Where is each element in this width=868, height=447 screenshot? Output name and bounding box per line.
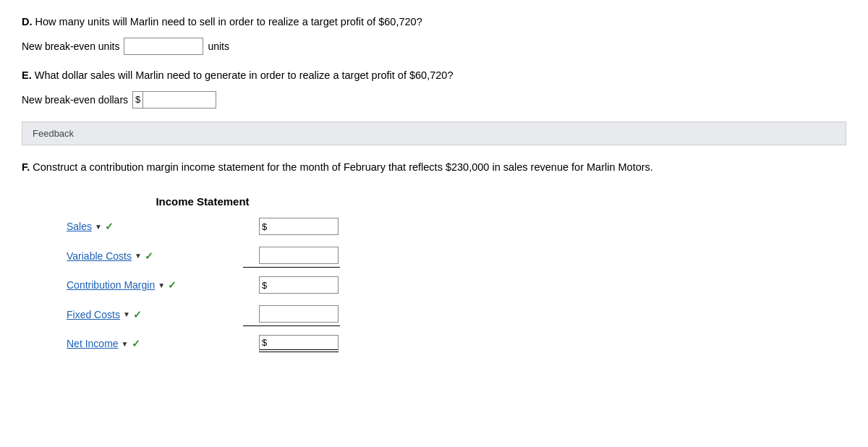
- question-d-input-line: New break-even units units: [22, 38, 846, 55]
- spacer-row: [65, 326, 340, 333]
- sales-check: ✓: [105, 221, 114, 232]
- table-row: Net Income ▼ ✓ $: [65, 332, 340, 355]
- table-row: Contribution Margin ▼ ✓ $: [65, 273, 340, 297]
- contribution-margin-label-inner: Contribution Margin ▼ ✓: [67, 279, 242, 291]
- spacer-row: [65, 268, 340, 274]
- fixed-costs-label-inner: Fixed Costs ▼ ✓: [67, 309, 242, 320]
- net-income-input[interactable]: [269, 336, 331, 349]
- contribution-margin-dollar-sign: $: [260, 277, 269, 293]
- question-d: D. How many units will Marlin need to se…: [22, 14, 846, 55]
- contribution-margin-check: ✓: [168, 279, 176, 291]
- question-e-label: E.: [22, 69, 32, 81]
- break-even-units-input[interactable]: [124, 38, 203, 55]
- question-f: F. Construct a contribution margin incom…: [22, 160, 846, 356]
- question-f-label: F.: [22, 161, 30, 173]
- variable-costs-link[interactable]: Variable Costs: [67, 250, 132, 262]
- net-income-dropdown-icon[interactable]: ▼: [122, 340, 129, 348]
- table-row: Fixed Costs ▼ ✓: [65, 302, 340, 326]
- variable-costs-input[interactable]: [259, 247, 339, 264]
- sales-dollar-sign: $: [260, 218, 269, 234]
- sales-input[interactable]: [269, 218, 331, 234]
- question-e-body: What dollar sales will Marlin need to ge…: [35, 69, 454, 81]
- fixed-costs-input-cell: [243, 302, 340, 326]
- fixed-costs-input[interactable]: [259, 305, 339, 323]
- income-statement-title: Income Statement: [65, 195, 340, 208]
- variable-costs-dropdown-icon[interactable]: ▼: [135, 252, 142, 260]
- sales-label-inner: Sales ▼ ✓: [67, 221, 242, 232]
- question-f-body: Construct a contribution margin income s…: [33, 161, 653, 173]
- variable-costs-check: ✓: [145, 250, 153, 262]
- contribution-margin-dropdown-icon[interactable]: ▼: [158, 281, 165, 289]
- fixed-costs-link[interactable]: Fixed Costs: [67, 309, 120, 320]
- table-row: Variable Costs ▼ ✓: [65, 244, 340, 268]
- variable-costs-label-cell: Variable Costs ▼ ✓: [65, 244, 243, 268]
- sales-label-cell: Sales ▼ ✓: [65, 215, 243, 238]
- fixed-costs-dropdown-icon[interactable]: ▼: [123, 310, 130, 318]
- question-d-input-label: New break-even units: [22, 41, 119, 52]
- net-income-link[interactable]: Net Income: [67, 338, 119, 349]
- break-even-dollars-wrapper: $: [132, 91, 216, 108]
- income-statement: Income Statement Sales ▼ ✓ $: [65, 195, 340, 355]
- contribution-margin-label-cell: Contribution Margin ▼ ✓: [65, 273, 243, 297]
- feedback-bar: Feedback: [22, 122, 846, 145]
- variable-costs-label-inner: Variable Costs ▼ ✓: [67, 250, 242, 262]
- income-statement-table: Sales ▼ ✓ $ Variable Costs: [65, 215, 340, 355]
- net-income-dollar-sign: $: [260, 336, 269, 349]
- net-income-check: ✓: [132, 338, 140, 349]
- fixed-costs-check: ✓: [133, 309, 142, 320]
- question-e-input-label: New break-even dollars: [22, 94, 128, 106]
- net-income-label-cell: Net Income ▼ ✓: [65, 332, 243, 355]
- fixed-costs-label-cell: Fixed Costs ▼ ✓: [65, 302, 243, 326]
- contribution-margin-input-cell: $: [243, 273, 340, 297]
- sales-input-cell: $: [243, 215, 340, 238]
- question-f-text: F. Construct a contribution margin incom…: [22, 160, 846, 176]
- table-row: Sales ▼ ✓ $: [65, 215, 340, 238]
- question-d-body: How many units will Marlin need to sell …: [35, 16, 422, 27]
- question-e-input-line: New break-even dollars $: [22, 91, 846, 108]
- contribution-margin-dollar-wrap: $: [259, 276, 339, 294]
- net-income-input-cell: $: [243, 332, 340, 355]
- question-e-text: E. What dollar sales will Marlin need to…: [22, 68, 846, 84]
- spacer-row: [65, 238, 340, 244]
- net-income-label-inner: Net Income ▼ ✓: [67, 338, 242, 349]
- feedback-label: Feedback: [33, 128, 74, 139]
- sales-link[interactable]: Sales: [67, 221, 92, 232]
- sales-dollar-wrap: $: [259, 218, 339, 235]
- question-d-text: D. How many units will Marlin need to se…: [22, 14, 846, 30]
- question-e: E. What dollar sales will Marlin need to…: [22, 68, 846, 108]
- sales-dropdown-icon[interactable]: ▼: [95, 223, 102, 231]
- net-income-dollar-wrap: $: [259, 335, 339, 352]
- question-d-label: D.: [22, 16, 33, 27]
- question-d-units-label: units: [208, 41, 229, 52]
- dollar-sign-e: $: [133, 92, 143, 108]
- break-even-dollars-input[interactable]: [143, 92, 216, 108]
- spacer-row: [65, 297, 340, 302]
- contribution-margin-input[interactable]: [269, 277, 331, 293]
- contribution-margin-link[interactable]: Contribution Margin: [67, 279, 155, 291]
- variable-costs-input-cell: [243, 244, 340, 268]
